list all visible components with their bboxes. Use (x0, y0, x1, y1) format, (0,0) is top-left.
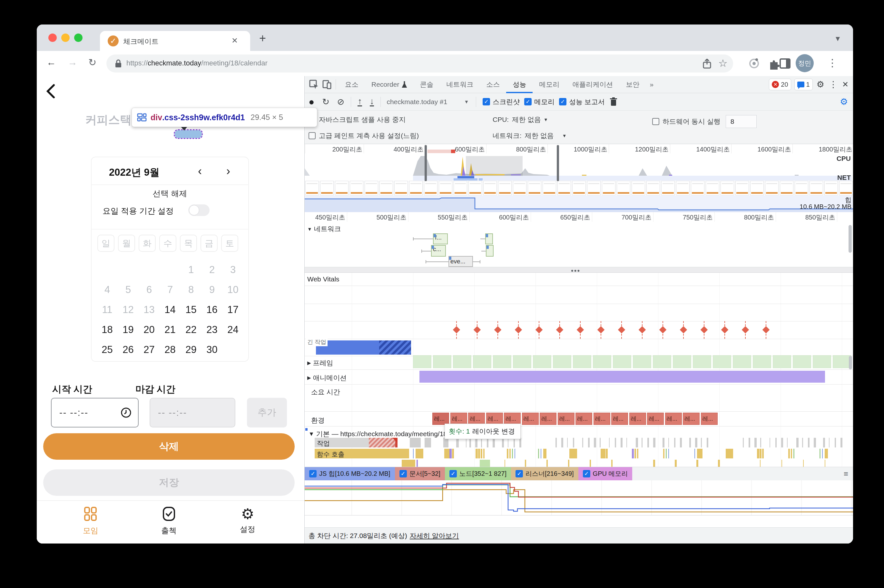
web-vital-marker[interactable] (722, 321, 728, 339)
filmstrip-screenshot[interactable] (706, 181, 719, 195)
nav-item-attendance[interactable]: 출첵 (150, 506, 188, 536)
filmstrip-screenshot[interactable] (365, 181, 378, 195)
learn-more-link[interactable]: 자세히 알아보기 (410, 531, 459, 540)
filmstrip-screenshot[interactable] (543, 181, 556, 195)
omnibox[interactable]: https://checkmate.today/meeting/18/calen… (107, 54, 733, 72)
environment-chip[interactable]: 레... (629, 412, 646, 425)
frame-bar[interactable] (713, 355, 731, 368)
date-24[interactable]: 24 (222, 320, 243, 340)
selection-left-handle[interactable] (425, 145, 427, 181)
frame-bar[interactable] (573, 355, 591, 368)
devtools-settings-gear-icon[interactable]: ⚙ (816, 79, 824, 90)
share-icon[interactable] (702, 58, 712, 69)
environment-chip[interactable]: 레... (575, 412, 592, 425)
paint-instrumentation-checkbox[interactable] (309, 132, 316, 139)
frame-bar[interactable] (813, 355, 831, 368)
date-7[interactable]: 7 (159, 280, 180, 300)
date-13[interactable]: 13 (139, 300, 159, 320)
filmstrip-screenshot[interactable] (380, 181, 393, 195)
weekday-수[interactable]: 수 (159, 235, 176, 252)
tab-보안[interactable]: 보안 (619, 76, 646, 93)
end-time-input[interactable]: -- --:-- (150, 398, 236, 428)
frame-bar[interactable] (773, 355, 791, 368)
frame-bar[interactable] (653, 355, 671, 368)
overview-ruler[interactable]: 200밀리초400밀리초600밀리초800밀리초1000밀리초1200밀리초14… (305, 144, 853, 154)
pane-splitter[interactable]: ••• (305, 267, 853, 273)
date-9[interactable]: 9 (201, 280, 222, 300)
frame-bar[interactable] (513, 355, 531, 368)
network-throttle-select[interactable]: 제한 없음 (525, 131, 554, 140)
environment-chip[interactable]: 레... (540, 412, 557, 425)
frame-bar[interactable] (453, 355, 471, 368)
frame-bar[interactable] (633, 355, 651, 368)
date-25[interactable]: 25 (97, 340, 118, 360)
frame-bar[interactable] (673, 355, 691, 368)
capture-settings-gear-icon[interactable]: ⚙ (840, 96, 848, 107)
filmstrip-screenshot[interactable] (335, 181, 348, 195)
save-button[interactable]: 저장 (43, 470, 295, 496)
filmstrip-screenshot[interactable] (587, 181, 600, 195)
date-27[interactable]: 27 (139, 340, 159, 360)
session-select[interactable]: checkmate.today #1 (387, 98, 461, 106)
filmstrip-screenshot[interactable] (824, 181, 838, 195)
filmstrip-screenshot[interactable] (720, 181, 734, 195)
date-18[interactable]: 18 (97, 320, 118, 340)
environment-chip[interactable]: 레... (558, 412, 575, 425)
side-panel-icon[interactable] (779, 57, 791, 70)
device-toolbar-icon[interactable] (322, 80, 332, 89)
network-scrollbar[interactable] (848, 225, 852, 253)
forward-button[interactable]: → (68, 57, 77, 68)
network-select-caret-icon[interactable]: ▼ (562, 133, 567, 138)
legend-hamburger-icon[interactable]: ≡ (844, 470, 848, 478)
net-overview-lane[interactable]: NET (305, 176, 853, 180)
cpu-select-caret-icon[interactable]: ▼ (543, 117, 548, 122)
report-checkbox[interactable]: ✓ (559, 98, 566, 105)
date-19[interactable]: 19 (118, 320, 139, 340)
tab-Recorder[interactable]: Recorder (365, 76, 413, 93)
date-11[interactable]: 11 (97, 300, 118, 320)
record-reload-button[interactable]: ↻ (322, 97, 330, 107)
long-task-bar-hatched[interactable] (379, 340, 411, 355)
date-4[interactable]: 4 (97, 280, 118, 300)
weekday-월[interactable]: 월 (118, 235, 135, 252)
filmstrip-screenshot[interactable] (424, 181, 437, 195)
date-23[interactable]: 23 (201, 320, 222, 340)
environment-chip[interactable]: 레... (594, 412, 610, 425)
environment-chip[interactable]: 레... (450, 412, 467, 425)
counter-리스너[216~349][interactable]: ✓리스너[216~349] (511, 467, 578, 480)
web-vital-marker[interactable] (536, 321, 542, 339)
tab-메모리[interactable]: 메모리 (533, 76, 566, 93)
counter-checkbox[interactable]: ✓ (583, 470, 590, 477)
web-vital-marker[interactable] (474, 321, 480, 339)
task-bar-jank[interactable] (369, 438, 398, 447)
traffic-close-button[interactable] (48, 33, 57, 42)
screenshot-checkbox[interactable]: ✓ (483, 98, 490, 105)
filmstrip-screenshot[interactable] (795, 181, 808, 195)
date-12[interactable]: 12 (118, 300, 139, 320)
clear-selection-button[interactable]: 선택 해제 (92, 188, 248, 199)
filmstrip-screenshot[interactable] (735, 181, 749, 195)
tab-애플리케이션[interactable]: 애플리케이션 (566, 76, 619, 93)
main-thread-header[interactable]: ▼ 기본 — https://checkmate.today/meeting/1… (309, 429, 447, 438)
load-profile-icon[interactable]: ↑ (357, 97, 362, 106)
tab-성능[interactable]: 성능 (506, 76, 533, 93)
web-vital-marker[interactable] (453, 321, 459, 339)
tab-요소[interactable]: 요소 (339, 76, 365, 93)
animation-bar[interactable] (419, 371, 825, 382)
network-track-header[interactable]: ▼ 네트워크 (307, 224, 341, 233)
frame-bar[interactable] (793, 355, 811, 368)
web-vitals-header[interactable]: Web Vitals (307, 275, 339, 283)
hw-concurrency-input[interactable]: 8 (726, 115, 756, 128)
date-16[interactable]: 16 (201, 300, 222, 320)
back-button[interactable]: ← (47, 57, 56, 68)
record-button[interactable]: ● (309, 96, 314, 107)
heap-overview-chart[interactable]: 힙 10.6 MB~20.2 MB (305, 196, 853, 212)
environment-chip[interactable]: 레... (522, 412, 539, 425)
delete-button[interactable]: 삭제 (43, 433, 295, 460)
filmstrip-screenshot[interactable] (409, 181, 423, 195)
tab-close-icon[interactable]: ✕ (231, 36, 238, 45)
counter-checkbox[interactable]: ✓ (309, 470, 317, 477)
network-request[interactable]: eve... (449, 256, 473, 267)
date-22[interactable]: 22 (180, 320, 201, 340)
filmstrip-screenshot[interactable] (468, 181, 482, 195)
